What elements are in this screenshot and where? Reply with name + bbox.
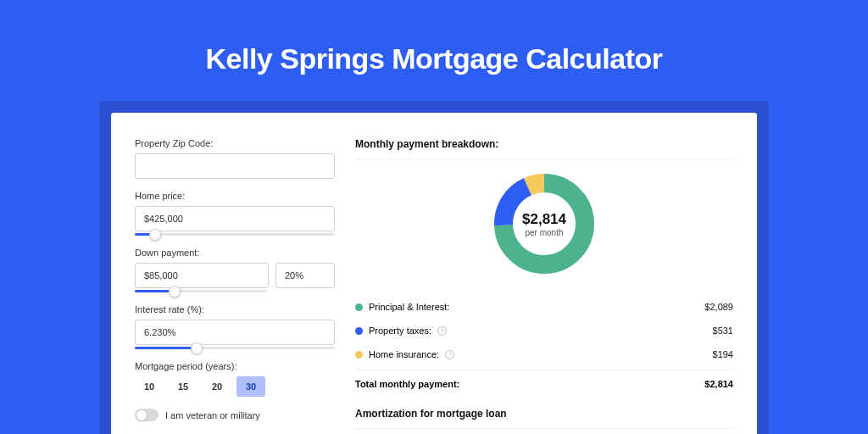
row-insurance-label: Home insurance:: [369, 349, 439, 359]
zip-field-group: Property Zip Code:: [135, 138, 335, 179]
row-taxes-value: $531: [713, 326, 733, 336]
donut-sub: per month: [525, 228, 563, 237]
dot-taxes-icon: [355, 327, 363, 335]
veteran-row: I am veteran or military: [135, 409, 335, 421]
interest-label: Interest rate (%):: [135, 304, 335, 314]
zip-label: Property Zip Code:: [135, 138, 335, 148]
interest-input[interactable]: [135, 320, 335, 345]
row-principal-value: $2,089: [704, 302, 733, 312]
info-taxes-icon[interactable]: ?: [437, 326, 447, 336]
home-price-slider-handle[interactable]: [149, 229, 161, 241]
row-insurance: Home insurance: ? $194: [355, 342, 733, 366]
veteran-toggle[interactable]: [135, 409, 159, 421]
interest-group: Interest rate (%):: [135, 304, 335, 349]
donut-center: $2,814 per month: [492, 171, 597, 276]
inputs-column: Property Zip Code: Home price: Down paym…: [135, 138, 335, 434]
period-btn-10[interactable]: 10: [135, 376, 164, 397]
down-payment-label: Down payment:: [135, 248, 335, 258]
period-buttons: 10 15 20 30: [135, 376, 335, 397]
breakdown-heading: Monthly payment breakdown:: [355, 138, 733, 159]
info-insurance-icon[interactable]: ?: [445, 350, 454, 359]
veteran-label: I am veteran or military: [165, 410, 260, 420]
donut-amount: $2,814: [522, 211, 566, 228]
calculator-card: Property Zip Code: Home price: Down paym…: [111, 113, 757, 434]
home-price-input[interactable]: [135, 206, 335, 231]
down-payment-group: Down payment:: [135, 248, 335, 292]
period-btn-30[interactable]: 30: [236, 376, 265, 397]
total-label: Total monthly payment:: [355, 379, 459, 389]
row-principal-label: Principal & Interest:: [369, 302, 449, 312]
donut-wrap: $2,814 per month: [355, 171, 733, 276]
row-taxes-label: Property taxes:: [369, 326, 431, 336]
card-container: Property Zip Code: Home price: Down paym…: [99, 101, 769, 434]
amortization-heading: Amortization for mortgage loan: [355, 408, 733, 429]
home-price-group: Home price:: [135, 191, 335, 236]
row-insurance-value: $194: [713, 349, 733, 359]
dot-principal-icon: [355, 303, 363, 311]
home-price-slider[interactable]: [135, 233, 335, 236]
dot-insurance-icon: [355, 351, 363, 359]
row-taxes: Property taxes: ? $531: [355, 319, 733, 342]
total-value: $2,814: [704, 379, 733, 389]
period-btn-20[interactable]: 20: [203, 376, 231, 397]
interest-slider[interactable]: [135, 347, 335, 349]
period-label: Mortgage period (years):: [135, 361, 335, 371]
period-btn-15[interactable]: 15: [169, 376, 198, 397]
period-group: Mortgage period (years): 10 15 20 30: [135, 361, 335, 397]
zip-input[interactable]: [135, 153, 335, 179]
row-principal: Principal & Interest: $2,089: [355, 295, 733, 319]
amortization-section: Amortization for mortgage loan Amortizat…: [355, 408, 733, 434]
payment-donut-chart: $2,814 per month: [492, 171, 597, 276]
down-payment-slider[interactable]: [135, 290, 267, 292]
row-total: Total monthly payment: $2,814: [355, 370, 733, 389]
down-payment-pct-input[interactable]: [275, 263, 335, 288]
interest-slider-handle[interactable]: [191, 342, 203, 354]
interest-slider-fill: [135, 347, 197, 349]
page-title: Kelly Springs Mortgage Calculator: [0, 42, 868, 75]
breakdown-column: Monthly payment breakdown: $2,814 per mo…: [355, 138, 733, 434]
down-payment-slider-handle[interactable]: [169, 286, 181, 298]
home-price-label: Home price:: [135, 191, 335, 201]
down-payment-input[interactable]: [135, 263, 269, 288]
